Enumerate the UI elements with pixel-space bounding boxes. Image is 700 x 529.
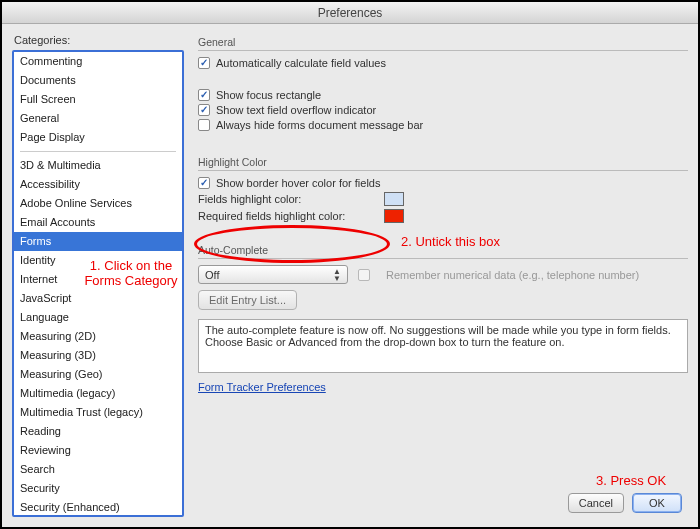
- sidebar-item-page-display[interactable]: Page Display: [14, 128, 182, 147]
- auto-complete-description: The auto-complete feature is now off. No…: [198, 319, 688, 373]
- sidebar-item-multimedia-trust-legacy-[interactable]: Multimedia Trust (legacy): [14, 403, 182, 422]
- sidebar-item-measuring-geo-[interactable]: Measuring (Geo): [14, 365, 182, 384]
- chevron-updown-icon: ▲▼: [333, 268, 341, 282]
- focus-rect-label: Show focus rectangle: [216, 89, 321, 101]
- categories-label: Categories:: [14, 34, 184, 46]
- hide-msgbar-row[interactable]: Always hide forms document message bar: [198, 119, 688, 131]
- cancel-button[interactable]: Cancel: [568, 493, 624, 513]
- sidebar-item-email-accounts[interactable]: Email Accounts: [14, 213, 182, 232]
- overflow-label: Show text field overflow indicator: [216, 104, 376, 116]
- sidebar: Categories: CommentingDocumentsFull Scre…: [12, 32, 184, 517]
- checkbox-icon[interactable]: [198, 57, 210, 69]
- sidebar-item-language[interactable]: Language: [14, 308, 182, 327]
- auto-complete-heading: Auto-Complete: [198, 244, 688, 259]
- sidebar-item-search[interactable]: Search: [14, 460, 182, 479]
- sidebar-item-adobe-online-services[interactable]: Adobe Online Services: [14, 194, 182, 213]
- required-color-row: Required fields highlight color:: [198, 209, 688, 223]
- focus-rect-row[interactable]: Show focus rectangle: [198, 89, 688, 101]
- checkbox-icon[interactable]: [198, 104, 210, 116]
- window-title: Preferences: [2, 2, 698, 24]
- fields-color-row: Fields highlight color:: [198, 192, 688, 206]
- sidebar-item-accessibility[interactable]: Accessibility: [14, 175, 182, 194]
- window-content: Categories: CommentingDocumentsFull Scre…: [2, 24, 698, 527]
- color-swatch-fields[interactable]: [384, 192, 404, 206]
- sidebar-item-3d-multimedia[interactable]: 3D & Multimedia: [14, 156, 182, 175]
- show-border-row[interactable]: Show border hover color for fields: [198, 177, 688, 189]
- ok-button[interactable]: OK: [632, 493, 682, 513]
- sidebar-item-multimedia-legacy-[interactable]: Multimedia (legacy): [14, 384, 182, 403]
- general-heading: General: [198, 36, 688, 51]
- edit-entry-row: Edit Entry List...: [198, 290, 688, 310]
- hide-msgbar-label: Always hide forms document message bar: [216, 119, 423, 131]
- categories-listbox[interactable]: CommentingDocumentsFull ScreenGeneralPag…: [12, 50, 184, 517]
- sidebar-item-security-enhanced-[interactable]: Security (Enhanced): [14, 498, 182, 517]
- sidebar-item-security[interactable]: Security: [14, 479, 182, 498]
- sidebar-item-measuring-2d-[interactable]: Measuring (2D): [14, 327, 182, 346]
- checkbox-icon[interactable]: [198, 119, 210, 131]
- sidebar-item-identity[interactable]: Identity: [14, 251, 182, 270]
- sidebar-item-forms[interactable]: Forms: [14, 232, 182, 251]
- sidebar-item-reading[interactable]: Reading: [14, 422, 182, 441]
- sidebar-item-measuring-3d-[interactable]: Measuring (3D): [14, 346, 182, 365]
- checkbox-icon[interactable]: [198, 89, 210, 101]
- form-tracker-link[interactable]: Form Tracker Preferences: [198, 381, 326, 393]
- auto-complete-row: Off ▲▼ Remember numerical data (e.g., te…: [198, 265, 688, 284]
- edit-entry-button: Edit Entry List...: [198, 290, 297, 310]
- sidebar-item-full-screen[interactable]: Full Screen: [14, 90, 182, 109]
- sidebar-item-documents[interactable]: Documents: [14, 71, 182, 90]
- sidebar-item-internet[interactable]: Internet: [14, 270, 182, 289]
- fields-color-label: Fields highlight color:: [198, 193, 378, 205]
- sidebar-item-reviewing[interactable]: Reviewing: [14, 441, 182, 460]
- remember-label: Remember numerical data (e.g., telephone…: [386, 269, 639, 281]
- auto-complete-dropdown[interactable]: Off ▲▼: [198, 265, 348, 284]
- preferences-window: Preferences Categories: CommentingDocume…: [0, 0, 700, 529]
- sidebar-item-commenting[interactable]: Commenting: [14, 52, 182, 71]
- overflow-row[interactable]: Show text field overflow indicator: [198, 104, 688, 116]
- sidebar-item-general[interactable]: General: [14, 109, 182, 128]
- dropdown-value: Off: [205, 269, 219, 281]
- checkbox-icon: [358, 269, 370, 281]
- checkbox-icon[interactable]: [198, 177, 210, 189]
- main-panel: General Automatically calculate field va…: [184, 32, 688, 517]
- color-swatch-required[interactable]: [384, 209, 404, 223]
- auto-calc-label: Automatically calculate field values: [216, 57, 386, 69]
- sidebar-item-javascript[interactable]: JavaScript: [14, 289, 182, 308]
- highlight-heading: Highlight Color: [198, 156, 688, 171]
- auto-calc-row[interactable]: Automatically calculate field values: [198, 57, 688, 69]
- dialog-footer: Cancel OK: [568, 493, 682, 513]
- show-border-label: Show border hover color for fields: [216, 177, 380, 189]
- required-color-label: Required fields highlight color:: [198, 210, 378, 222]
